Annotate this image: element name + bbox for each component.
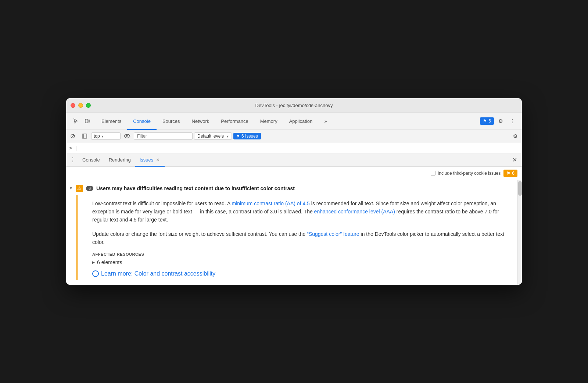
svg-line-3: [72, 135, 74, 138]
tab-application[interactable]: Application: [283, 113, 319, 130]
levels-dropdown-arrow-icon: ▾: [227, 134, 229, 138]
issue-update-text: Update colors or change the font size or…: [92, 230, 513, 247]
tab-issues-close-icon[interactable]: ✕: [155, 157, 160, 163]
more-options-icon[interactable]: ⋮: [507, 116, 517, 126]
bottom-panel: ⋮ Console Rendering Issues ✕ ✕: [66, 153, 522, 285]
console-issues-badge[interactable]: ⚑ 6 Issues: [233, 133, 261, 139]
issue-header[interactable]: ▼ ⚠ 6 Users may have difficulties readin…: [66, 185, 517, 192]
tab-memory[interactable]: Memory: [254, 113, 283, 130]
affected-resources-label: AFFECTED RESOURCES: [92, 252, 513, 256]
scrollbar-track[interactable]: [517, 180, 522, 285]
devtools-window: DevTools - jec.fyi/demo/cds-anchovy: [66, 98, 522, 285]
toolbar-icons: [68, 116, 96, 126]
scrollbar-thumb[interactable]: [518, 181, 522, 196]
issues-panel: Include third-party cookie issues ⚑ 6 ▼: [66, 167, 522, 285]
console-prompt: >: [69, 145, 72, 151]
levels-selector[interactable]: Default levels ▾: [194, 132, 232, 140]
issues-flag-icon: ⚑: [483, 118, 487, 124]
tab-network[interactable]: Network: [186, 113, 215, 130]
console-toolbar: top ▾ Default levels ▾ ⚑ 6 Issues ⚙: [66, 130, 522, 143]
traffic-lights: [71, 103, 91, 108]
third-party-checkbox[interactable]: [431, 171, 435, 175]
tab-rendering[interactable]: Rendering: [104, 154, 135, 167]
tab-more[interactable]: »: [318, 113, 333, 130]
aa-link[interactable]: minimum contrast ratio (AA) of 4.5: [232, 201, 309, 206]
affected-resources: AFFECTED RESOURCES ▶ 6 elements: [92, 252, 513, 266]
maximize-button[interactable]: [86, 103, 91, 108]
tab-performance[interactable]: Performance: [215, 113, 254, 130]
suggest-color-link[interactable]: “Suggest color” feature: [307, 231, 359, 237]
learn-more: → Learn more: Color and contrast accessi…: [92, 270, 513, 277]
tab-console-drawer[interactable]: Console: [78, 154, 104, 167]
issue-item-contrast: ▼ ⚠ 6 Users may have difficulties readin…: [66, 180, 517, 285]
issue-title: Users may have difficulties reading text…: [96, 185, 295, 191]
issue-chevron-icon: ▼: [69, 186, 73, 190]
window-title: DevTools - jec.fyi/demo/cds-anchovy: [255, 103, 333, 108]
device-toggle-icon[interactable]: [82, 116, 93, 126]
issues-badge[interactable]: ⚑ 6: [480, 117, 494, 125]
issues-warning-badge[interactable]: ⚑ 6: [503, 170, 517, 177]
console-input-area: > |: [66, 143, 522, 153]
third-party-checkbox-label[interactable]: Include third-party cookie issues: [431, 171, 501, 176]
warning-flag-icon: ⚑: [506, 171, 510, 176]
learn-more-circle-icon: →: [92, 270, 99, 277]
settings-icon[interactable]: ⚙: [495, 116, 506, 126]
elements-row[interactable]: ▶ 6 elements: [92, 259, 513, 266]
learn-more-link[interactable]: Learn more: Color and contrast accessibi…: [101, 270, 215, 277]
clear-console-icon[interactable]: [68, 131, 78, 141]
context-selector[interactable]: top ▾: [91, 132, 121, 140]
issue-body: Low-contrast text is difficult or imposs…: [76, 195, 517, 280]
elements-triangle-icon: ▶: [92, 260, 95, 264]
svg-rect-0: [85, 119, 88, 123]
tab-sources[interactable]: Sources: [157, 113, 186, 130]
console-cursor-input[interactable]: |: [74, 145, 77, 151]
panel-scroll-container: ▼ ⚠ 6 Users may have difficulties readin…: [66, 180, 522, 285]
main-tabs: Elements Console Sources Network Perform…: [96, 113, 480, 130]
issues-toolbar: Include third-party cookie issues ⚑ 6: [66, 167, 522, 180]
close-panel-button[interactable]: ✕: [510, 155, 519, 164]
titlebar: DevTools - jec.fyi/demo/cds-anchovy: [66, 98, 522, 113]
minimize-button[interactable]: [78, 103, 83, 108]
top-tabs-right-controls: ⚑ 6 ⚙ ⋮: [480, 116, 520, 126]
bottom-panel-menu-icon[interactable]: ⋮: [69, 156, 76, 163]
aaa-link[interactable]: enhanced conformance level (AAA): [314, 209, 395, 214]
svg-rect-4: [82, 134, 87, 138]
filter-input[interactable]: [134, 132, 193, 140]
eye-icon[interactable]: [122, 131, 132, 141]
cursor-icon[interactable]: [71, 116, 81, 126]
issue-count-badge: 6: [86, 186, 93, 191]
bottom-tabs-bar: ⋮ Console Rendering Issues ✕ ✕: [66, 153, 522, 167]
svg-rect-1: [88, 120, 90, 122]
tab-console[interactable]: Console: [127, 113, 157, 130]
close-button[interactable]: [71, 103, 75, 108]
tab-issues[interactable]: Issues ✕: [135, 154, 165, 167]
issues-content: ▼ ⚠ 6 Users may have difficulties readin…: [66, 180, 517, 285]
devtools-panel: Elements Console Sources Network Perform…: [66, 113, 522, 285]
console-toolbar-left: [68, 131, 90, 141]
console-flag-icon: ⚑: [236, 134, 240, 139]
sidebar-toggle-icon[interactable]: [79, 131, 90, 141]
top-tabs-bar: Elements Console Sources Network Perform…: [66, 113, 522, 130]
bottom-tabs-right: ✕: [510, 155, 519, 164]
svg-point-6: [126, 135, 128, 137]
tab-elements[interactable]: Elements: [96, 113, 127, 130]
console-settings-icon[interactable]: ⚙: [510, 131, 520, 141]
issue-warning-icon: ⚠: [76, 185, 83, 192]
dropdown-arrow-icon: ▾: [101, 134, 103, 138]
issue-description: Low-contrast text is difficult or imposs…: [92, 199, 513, 224]
